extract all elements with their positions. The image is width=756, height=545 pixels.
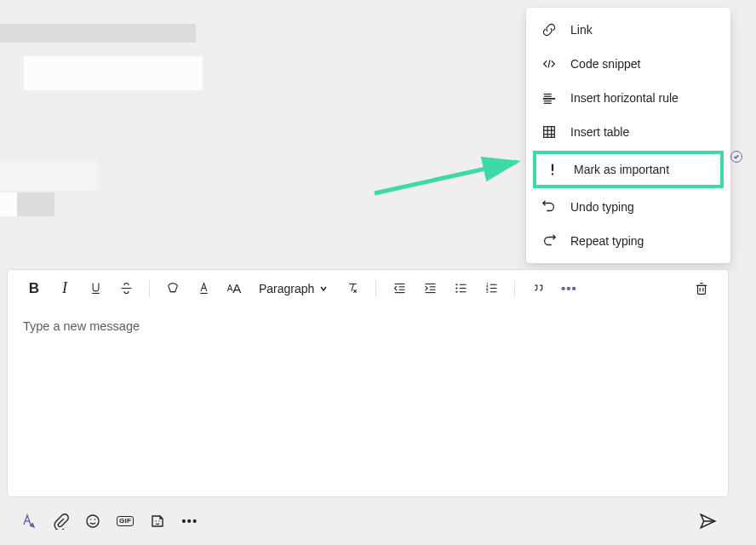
menu-item-code-snippet[interactable]: Code snippet [526, 47, 730, 81]
svg-point-12 [552, 173, 553, 175]
send-button[interactable] [698, 512, 717, 531]
message-input[interactable]: Type a new message [8, 307, 728, 469]
attach-button[interactable] [51, 512, 70, 531]
svg-line-0 [548, 60, 550, 68]
svg-rect-6 [544, 127, 555, 138]
svg-point-52 [155, 520, 156, 521]
outdent-button[interactable] [388, 278, 410, 300]
bold-button[interactable]: B [23, 278, 45, 300]
svg-line-13 [375, 162, 517, 193]
format-toggle-button[interactable] [19, 512, 37, 531]
svg-point-49 [87, 515, 99, 527]
menu-item-insert-table[interactable]: Insert table [526, 115, 730, 149]
seen-badge [730, 151, 742, 163]
redacted-block [0, 162, 98, 191]
undo-icon [541, 199, 557, 215]
gif-button[interactable]: GIF [116, 512, 135, 531]
code-icon [541, 56, 557, 72]
svg-point-51 [94, 519, 96, 520]
paragraph-label: Paragraph [259, 282, 314, 295]
sticker-button[interactable] [148, 512, 167, 531]
chevron-down-icon [319, 284, 328, 293]
redacted-block [0, 192, 17, 216]
table-icon [541, 124, 557, 140]
gif-label: GIF [117, 516, 134, 526]
annotation-arrow [370, 146, 524, 198]
menu-item-undo[interactable]: Undo typing [526, 190, 730, 224]
important-icon [545, 162, 560, 177]
toolbar-separator [375, 280, 376, 297]
menu-item-redo[interactable]: Repeat typing [526, 224, 730, 258]
menu-item-link[interactable]: Link [526, 13, 730, 47]
quote-button[interactable] [527, 278, 549, 300]
redo-icon [541, 233, 557, 249]
underline-button[interactable] [84, 278, 106, 300]
svg-point-35 [455, 291, 457, 293]
emoji-button[interactable] [83, 512, 102, 531]
italic-button[interactable]: I [54, 278, 76, 300]
menu-item-mark-important[interactable]: Mark as important [533, 151, 724, 188]
bulleted-list-button[interactable] [450, 278, 472, 300]
menu-item-label: Repeat typing [570, 234, 644, 248]
menu-item-label: Undo typing [570, 200, 634, 214]
font-color-button[interactable] [192, 278, 215, 300]
menu-item-horizontal-rule[interactable]: Insert horizontal rule [526, 81, 730, 115]
menu-item-label: Mark as important [574, 163, 669, 176]
redacted-block [17, 192, 54, 216]
svg-point-33 [455, 287, 457, 289]
link-icon [541, 22, 557, 37]
more-actions-button[interactable]: ••• [180, 512, 199, 531]
svg-rect-43 [698, 285, 706, 294]
svg-point-31 [455, 284, 457, 285]
menu-item-label: Insert table [570, 125, 629, 139]
highlight-button[interactable] [162, 278, 184, 300]
format-context-menu: Link Code snippet Insert horizontal rule… [526, 8, 730, 263]
indent-button[interactable] [419, 278, 441, 300]
more-options-button[interactable]: ••• [558, 278, 580, 300]
clear-formatting-button[interactable] [341, 278, 364, 300]
delete-button[interactable] [690, 278, 713, 300]
message-composer: B I AA Paragraph [7, 269, 729, 497]
svg-text:3: 3 [486, 289, 489, 294]
svg-point-53 [158, 520, 159, 521]
numbered-list-button[interactable]: 123 [480, 278, 502, 300]
font-size-button[interactable]: AA [223, 278, 245, 300]
svg-point-50 [90, 519, 92, 520]
menu-item-label: Insert horizontal rule [570, 91, 679, 105]
paragraph-style-dropdown[interactable]: Paragraph [254, 282, 333, 295]
menu-item-label: Link [570, 23, 593, 37]
svg-line-20 [352, 284, 354, 291]
menu-item-label: Code snippet [570, 57, 641, 71]
format-toolbar: B I AA Paragraph [8, 270, 728, 307]
redacted-block [24, 56, 203, 90]
toolbar-separator [514, 280, 515, 297]
toolbar-separator [149, 280, 150, 297]
strikethrough-button[interactable] [115, 278, 137, 300]
horizontal-rule-icon [541, 90, 557, 106]
redacted-block [0, 24, 196, 43]
composer-actions: GIF ••• [7, 502, 729, 540]
